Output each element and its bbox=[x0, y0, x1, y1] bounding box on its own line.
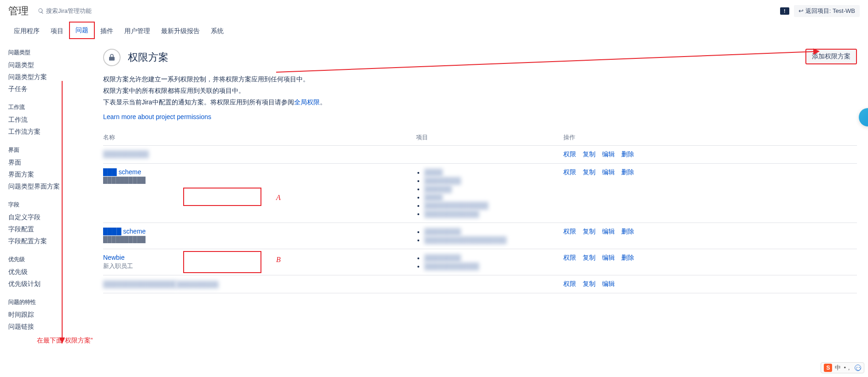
table-row: Newbie新入职员工████████████████████权限复制编辑删除 bbox=[103, 249, 857, 275]
scheme-description: ██████████ bbox=[103, 236, 416, 243]
page-description: 权限方案允许您建立一系列权限控制，并将权限方案应用到任何项目中。 权限方案中的所… bbox=[103, 74, 857, 109]
admin-sidebar: 问题类型问题类型问题类型方案子任务工作流工作流工作流方案界面界面界面方案问题类型… bbox=[0, 40, 92, 350]
scheme-name-link[interactable]: Newbie bbox=[103, 254, 125, 261]
action-perm[interactable]: 权限 bbox=[563, 280, 576, 287]
table-row: ██████████████████████████权限复制编辑 bbox=[103, 275, 857, 293]
action-edit[interactable]: 编辑 bbox=[602, 168, 615, 176]
nav-tab[interactable]: 项目 bbox=[45, 23, 69, 39]
project-item[interactable]: ████████████ bbox=[424, 210, 563, 218]
project-item[interactable]: ██████ bbox=[424, 185, 563, 193]
permission-schemes-table: 名称 项目 操作 ██████████权限复制编辑删除███ scheme███… bbox=[103, 130, 857, 293]
action-edit[interactable]: 编辑 bbox=[602, 150, 615, 158]
project-item[interactable]: ████████████ bbox=[424, 262, 563, 270]
sidebar-heading: 字段 bbox=[8, 201, 92, 209]
sidebar-heading: 问题的特性 bbox=[8, 298, 92, 306]
action-perm[interactable]: 权限 bbox=[563, 254, 576, 261]
project-item[interactable]: ████ bbox=[424, 168, 563, 177]
page-title: 权限方案 bbox=[128, 51, 168, 64]
sidebar-heading: 工作流 bbox=[8, 103, 92, 111]
action-copy[interactable]: 复制 bbox=[583, 254, 596, 261]
action-del[interactable]: 删除 bbox=[621, 228, 634, 235]
col-header-name: 名称 bbox=[103, 130, 416, 146]
action-del[interactable]: 删除 bbox=[621, 168, 634, 176]
learn-more-link[interactable]: Learn more about project permissions bbox=[103, 113, 857, 120]
col-header-project: 项目 bbox=[416, 130, 563, 146]
action-copy[interactable]: 复制 bbox=[583, 168, 596, 176]
nav-tab[interactable]: 问题 bbox=[69, 22, 95, 39]
table-row: ████ scheme█████████████████████████████… bbox=[103, 223, 857, 249]
sidebar-item[interactable]: 字段配置方案 bbox=[8, 235, 92, 247]
annotation-label-b: B bbox=[276, 256, 281, 264]
project-item[interactable]: ████████ bbox=[424, 228, 563, 236]
action-edit[interactable]: 编辑 bbox=[602, 254, 615, 261]
nav-tab[interactable]: 应用程序 bbox=[8, 23, 45, 39]
action-perm[interactable]: 权限 bbox=[563, 150, 576, 158]
action-copy[interactable]: 复制 bbox=[583, 150, 596, 158]
sidebar-item[interactable]: 问题类型方案 bbox=[8, 71, 92, 83]
sidebar-heading: 优先级 bbox=[8, 256, 92, 263]
sidebar-item[interactable]: 工作流方案 bbox=[8, 126, 92, 138]
feedback-icon[interactable]: ! bbox=[780, 7, 789, 15]
main-content: 权限方案 添加权限方案 权限方案允许您建立一系列权限控制，并将权限方案应用到任何… bbox=[92, 40, 868, 350]
global-permissions-link[interactable]: 全局权限 bbox=[294, 98, 320, 106]
project-item[interactable]: ████████ bbox=[424, 254, 563, 262]
sidebar-item[interactable]: 自定义字段 bbox=[8, 211, 92, 223]
nav-tab[interactable]: 用户管理 bbox=[119, 23, 156, 39]
action-copy[interactable]: 复制 bbox=[583, 228, 596, 235]
action-edit[interactable]: 编辑 bbox=[602, 280, 615, 287]
sidebar-item[interactable]: 工作流 bbox=[8, 114, 92, 126]
sidebar-item[interactable]: 问题类型 bbox=[8, 59, 92, 71]
table-row: ███ scheme██████████████████████████████… bbox=[103, 163, 857, 223]
add-permission-scheme-button[interactable]: 添加权限方案 bbox=[805, 49, 857, 64]
action-del[interactable]: 删除 bbox=[621, 150, 634, 158]
sidebar-heading: 界面 bbox=[8, 146, 92, 154]
sidebar-item[interactable]: 问题链接 bbox=[8, 321, 92, 333]
sidebar-item[interactable]: 字段配置 bbox=[8, 223, 92, 235]
project-item[interactable]: ████████ bbox=[424, 177, 563, 185]
lock-icon bbox=[103, 49, 121, 66]
nav-tab[interactable]: 插件 bbox=[95, 23, 119, 39]
admin-nav-tabs: 应用程序项目问题插件用户管理最新升级报告系统 bbox=[0, 22, 868, 40]
annotation-bottom-note: 在最下面“权限方案” bbox=[37, 337, 93, 345]
action-copy[interactable]: 复制 bbox=[583, 280, 596, 287]
sidebar-item[interactable]: 界面方案 bbox=[8, 169, 92, 181]
scheme-name-link[interactable]: ████ scheme bbox=[103, 228, 146, 235]
action-del[interactable]: 删除 bbox=[621, 254, 634, 261]
action-perm[interactable]: 权限 bbox=[563, 168, 576, 176]
project-item[interactable]: ██████████████ bbox=[424, 201, 563, 210]
admin-header: 管理 搜索Jira管理功能 ! ↩返回项目: Test-WB bbox=[0, 0, 868, 22]
scheme-description: 新入职员工 bbox=[103, 262, 416, 270]
sidebar-item[interactable]: 优先级 bbox=[8, 266, 92, 278]
admin-search-placeholder: 搜索Jira管理功能 bbox=[46, 7, 92, 15]
sidebar-heading: 问题类型 bbox=[8, 49, 92, 57]
nav-tab[interactable]: 系统 bbox=[205, 23, 229, 39]
admin-search[interactable]: 搜索Jira管理功能 bbox=[38, 7, 92, 15]
sidebar-item[interactable]: 界面 bbox=[8, 157, 92, 169]
sidebar-item[interactable]: 子任务 bbox=[8, 83, 92, 95]
project-item[interactable]: ████ bbox=[424, 193, 563, 201]
action-edit[interactable]: 编辑 bbox=[602, 228, 615, 235]
col-header-action: 操作 bbox=[563, 130, 857, 146]
nav-tab[interactable]: 最新升级报告 bbox=[156, 23, 205, 39]
scheme-name-link[interactable]: ████████████████ bbox=[103, 280, 176, 288]
return-to-project-button[interactable]: ↩返回项目: Test-WB bbox=[794, 5, 860, 17]
admin-title: 管理 bbox=[8, 4, 29, 18]
sidebar-item[interactable]: 优先级计划 bbox=[8, 278, 92, 290]
project-item[interactable]: ██████████████████ bbox=[424, 236, 563, 244]
sidebar-item[interactable]: 问题类型界面方案 bbox=[8, 181, 92, 193]
sidebar-item[interactable]: 时间跟踪 bbox=[8, 309, 92, 321]
annotation-label-a: A bbox=[276, 194, 281, 202]
search-icon bbox=[38, 8, 44, 14]
scheme-name-link[interactable]: ██████████ bbox=[103, 150, 149, 158]
action-perm[interactable]: 权限 bbox=[563, 228, 576, 235]
table-row: ██████████权限复制编辑删除 bbox=[103, 145, 857, 163]
scheme-description: ██████████ bbox=[103, 177, 416, 183]
scheme-name-link[interactable]: ███ scheme bbox=[103, 168, 141, 176]
scheme-description: ██████████ bbox=[176, 281, 219, 288]
